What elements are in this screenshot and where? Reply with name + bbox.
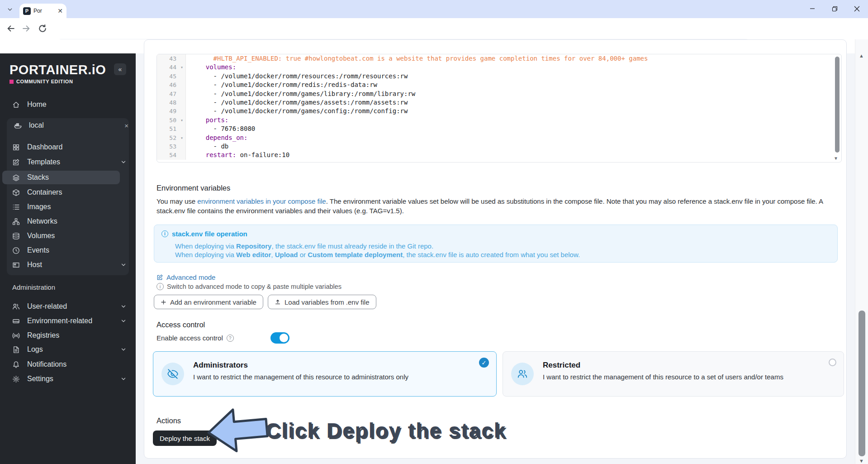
actions-title: Actions <box>157 416 181 425</box>
restricted-description: I want to restrict the management of thi… <box>543 373 783 381</box>
load-variables-button[interactable]: Load variables from .env file <box>268 295 376 309</box>
tab-title: Por <box>33 8 56 14</box>
images-icon <box>12 203 20 211</box>
chevron-down-icon <box>120 303 127 310</box>
sidebar-item-volumes[interactable]: Volumes <box>0 229 136 243</box>
page: PORTAINER.iO « COMMUNITY EDITION Home lo… <box>0 39 868 464</box>
edition-badge: COMMUNITY EDITION <box>9 79 73 84</box>
access-option-restricted[interactable]: Restricted I want to restrict the manage… <box>503 351 844 397</box>
docker-whale-icon <box>14 122 22 129</box>
sidebar-item-environment-related[interactable]: Environment-related <box>0 314 136 328</box>
annotation-text: Click Deploy the stack <box>266 418 506 443</box>
sidebar-item-stacks[interactable]: Stacks <box>0 171 136 184</box>
code-line-46: 46 - /volume1/docker/romm/redis:/redis-d… <box>157 81 841 89</box>
sidebar: PORTAINER.iO « COMMUNITY EDITION Home lo… <box>0 53 136 464</box>
access-option-administrators[interactable]: Administrators I want to restrict the ma… <box>153 351 497 397</box>
selected-check-icon: ✓ <box>479 358 489 368</box>
host-icon <box>12 261 20 269</box>
back-button[interactable] <box>6 24 16 34</box>
containers-icon <box>12 189 20 196</box>
broadcast-icon <box>12 332 20 340</box>
administration-label: Administration <box>12 283 55 291</box>
advanced-mode-hint: i Switch to advanced mode to copy & past… <box>157 283 342 290</box>
code-line-48: 48 - /volume1/docker/romm/games/assets:/… <box>157 98 841 107</box>
scroll-up-icon[interactable]: ▲ <box>859 53 864 58</box>
page-scrollbar[interactable]: ▲ ▼ <box>855 39 868 464</box>
sidebar-item-settings[interactable]: Settings <box>0 372 136 386</box>
toggle-knob <box>280 334 288 342</box>
sidebar-collapse-button[interactable]: « <box>114 63 126 75</box>
networks-icon <box>12 218 20 225</box>
scroll-down-icon[interactable]: ▼ <box>859 458 864 464</box>
administrators-title: Administrators <box>193 361 248 370</box>
users-icon <box>511 363 534 385</box>
sidebar-item-registries[interactable]: Registries <box>0 329 136 342</box>
editor-scroll-down-icon[interactable]: ▼ <box>835 156 837 161</box>
editor-scrollbar[interactable]: ▼ <box>835 55 840 162</box>
file-text-icon <box>12 346 20 354</box>
code-line-53: 53 - db <box>157 142 841 151</box>
plus-icon <box>161 299 166 305</box>
sidebar-item-templates[interactable]: Templates <box>0 155 136 169</box>
info-icon: i <box>157 283 164 290</box>
environment-variables-title: Environment variables <box>157 184 230 192</box>
chevron-down-icon <box>120 159 127 165</box>
gear-icon <box>12 375 20 383</box>
help-icon[interactable]: ? <box>227 335 234 342</box>
advanced-mode-link[interactable]: Advanced mode <box>157 273 215 281</box>
browser-titlebar: P Por ✕ <box>0 0 868 18</box>
access-control-toggle[interactable] <box>270 332 289 344</box>
radio-unselected[interactable] <box>829 359 836 366</box>
sidebar-item-logs[interactable]: Logs <box>0 343 136 356</box>
code-line-54: 54 restart: on-failure:10 <box>157 151 841 159</box>
window-restore-button[interactable] <box>824 0 845 17</box>
chevron-down-icon <box>120 376 127 382</box>
window-minimize-button[interactable] <box>802 0 823 17</box>
compose-env-vars-link[interactable]: environment variables in your compose fi… <box>197 197 326 205</box>
sidebar-environment-local[interactable]: local × <box>0 119 136 132</box>
code-line-52: 52▾ depends_on: <box>157 134 841 142</box>
editor-scrollbar-thumb[interactable] <box>835 57 840 153</box>
code-line-50: 50▾ ports: <box>157 116 841 124</box>
chevron-down-icon <box>120 346 127 353</box>
tab-search-button[interactable] <box>5 4 15 15</box>
chevron-down-icon <box>120 262 127 268</box>
sidebar-item-events[interactable]: Events <box>0 244 136 257</box>
info-line-webeditor: When deploying via Web editor, Upload or… <box>175 251 580 258</box>
enable-access-control-row: Enable access control ? <box>157 334 234 342</box>
window-close-button[interactable] <box>846 0 867 17</box>
sidebar-item-user-related[interactable]: User-related <box>0 300 136 313</box>
forward-button[interactable] <box>22 24 32 34</box>
sidebar-item-dashboard[interactable]: Dashboard <box>0 140 136 154</box>
code-line-49: 49 - /volume1/docker/romm/games/config:/… <box>157 107 841 115</box>
volumes-icon <box>12 232 20 240</box>
server-icon <box>12 317 20 325</box>
stack-env-info-box: i stack.env file operation When deployin… <box>154 225 838 263</box>
tab-close-icon[interactable]: ✕ <box>57 7 63 14</box>
add-environment-variable-button[interactable]: Add an environment variable <box>154 295 263 309</box>
code-line-45: 45 - /volume1/docker/romm/resources:/rom… <box>157 72 841 81</box>
users-icon <box>12 303 20 311</box>
reload-button[interactable] <box>38 24 48 34</box>
sidebar-item-images[interactable]: Images <box>0 200 136 214</box>
sidebar-item-containers[interactable]: Containers <box>0 186 136 199</box>
code-line-43: 43 #HLTB_API_ENABLED: true #howlongtobea… <box>157 54 841 63</box>
page-scrollbar-thumb[interactable] <box>859 311 865 456</box>
events-icon <box>12 247 20 254</box>
stack-form-card: 43 #HLTB_API_ENABLED: true #howlongtobea… <box>144 39 847 459</box>
browser-tab[interactable]: P Por ✕ <box>19 4 66 18</box>
env-buttons-row: Add an environment variable Load variabl… <box>154 295 376 309</box>
sidebar-item-notifications[interactable]: Notifications <box>0 358 136 371</box>
code-line-44: 44▾ volumes: <box>157 63 841 72</box>
environment-close-icon[interactable]: × <box>124 122 128 129</box>
compose-editor[interactable]: 43 #HLTB_API_ENABLED: true #howlongtobea… <box>157 54 842 163</box>
sidebar-item-networks[interactable]: Networks <box>0 215 136 228</box>
info-box-title: i stack.env file operation <box>161 230 247 238</box>
upload-icon <box>275 299 281 305</box>
administrators-description: I want to restrict the management of thi… <box>193 373 408 381</box>
sidebar-item-home[interactable]: Home <box>0 98 136 111</box>
templates-icon <box>12 158 20 166</box>
sidebar-item-host[interactable]: Host <box>0 258 136 272</box>
info-icon: i <box>161 230 168 237</box>
dashboard-icon <box>12 144 20 151</box>
